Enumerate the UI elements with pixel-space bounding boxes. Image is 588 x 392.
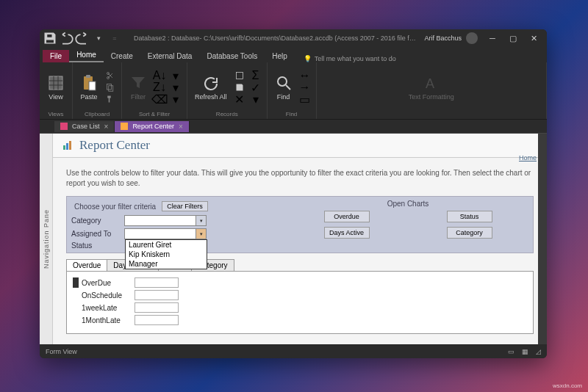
close-icon[interactable]: × [104,123,109,131]
select-icon[interactable]: ▭ [298,94,312,104]
svg-rect-7 [89,81,96,90]
svg-point-13 [278,77,287,86]
paste-button[interactable]: Paste [77,73,101,102]
ribbon-tabs: File Home Create External Data Database … [40,47,547,62]
ribbon-group-views: View Views [40,62,73,120]
row-selector[interactable] [73,277,79,288]
dropdown-option[interactable]: Kip Kniskern [126,250,207,259]
totals-icon[interactable]: Σ [249,70,262,81]
ribbon-group-find: Find ↔ → ▭ Find [268,62,317,120]
form-header: Report Center [53,134,547,158]
open-charts-title: Open Charts [287,200,528,208]
home-link[interactable]: Home [519,154,537,161]
svg-rect-6 [86,75,90,78]
view-button[interactable]: View [44,73,68,102]
undo-icon[interactable] [59,31,74,46]
advanced-icon: ▾ [169,82,182,92]
page-title: Report Center [79,138,150,153]
find-button[interactable]: Find [272,73,295,102]
user-account[interactable]: Arif Bacchus [424,32,478,44]
text-format-label: Text Formatting [409,94,454,101]
ribbon-group-clipboard: Paste Clipboard [73,62,122,120]
form-icon [121,123,128,130]
sort-asc-icon: A↓ [153,70,166,81]
format-painter-icon [104,94,117,104]
pivot-value[interactable] [135,315,179,325]
user-name: Arif Bacchus [424,35,462,42]
assigned-to-label: Assigned To [71,230,124,238]
app-window: ▾ = Database2 : Database- C:\Users\arifb… [40,29,547,358]
result-tab-overdue[interactable]: Overdue [66,259,107,271]
maximize-button[interactable]: ▢ [503,29,523,47]
doc-tab-report-center[interactable]: Report Center × [115,121,189,132]
tab-home[interactable]: Home [69,48,104,62]
dropdown-option[interactable]: Manager [126,259,207,269]
close-button[interactable]: ✕ [523,29,544,47]
spelling-icon[interactable]: ✓ [249,82,262,92]
redo-icon[interactable] [75,31,90,46]
clear-filters-button[interactable]: Clear Filters [162,201,208,211]
ribbon: View Views Paste Clipboard [40,62,547,120]
svg-rect-18 [63,145,65,150]
svg-text:A: A [426,76,434,91]
form-icon [60,123,68,130]
minimize-button[interactable]: ─ [482,29,503,47]
dropdown-option[interactable]: Laurent Giret [126,240,207,250]
tab-database-tools[interactable]: Database Tools [199,50,265,62]
qat-dropdown-icon[interactable]: ▾ [91,31,106,46]
replace-icon[interactable]: ↔ [298,70,312,81]
filter-label: Filter [131,93,146,101]
group-label-clipboard: Clipboard [85,111,110,117]
status-chart-button[interactable]: Status [447,211,492,222]
overdue-chart-button[interactable]: Overdue [324,211,370,222]
pivot-value[interactable] [135,277,179,288]
toggle-filter-icon: ▾ [169,94,182,104]
tab-external-data[interactable]: External Data [140,50,200,62]
datasheet-view-icon[interactable]: ▦ [522,348,528,355]
more-records-icon[interactable]: ▾ [249,94,262,104]
save-record-icon[interactable] [233,82,246,92]
ribbon-group-records: Refresh All ✕ Σ ✓ ▾ Records [187,62,268,120]
lightbulb-icon: 💡 [304,55,312,62]
pivot-week: 1weekLate [82,304,135,312]
new-record-icon[interactable] [233,70,246,81]
form-view-icon[interactable]: ▭ [508,348,514,355]
filter-panel: Choose your filter criteria Clear Filter… [66,196,534,253]
doc-tab-case-list[interactable]: Case List × [54,121,115,132]
layout-view-icon[interactable]: ◿ [536,348,541,355]
tab-file[interactable]: File [43,50,69,62]
vertical-scrollbar[interactable] [538,134,547,344]
goto-icon[interactable]: → [298,82,312,92]
svg-rect-19 [66,143,68,150]
datasheet-icon [47,74,65,92]
assigned-to-combo[interactable]: ▾ Laurent Giret Kip Kniskern Manager [124,228,207,239]
text-icon: A [423,75,440,92]
view-shortcuts: ▭ ▦ ◿ [508,348,541,355]
pivot-value[interactable] [135,302,179,313]
svg-rect-0 [49,76,62,90]
pivot-month: 1MonthLate [82,316,135,324]
svg-rect-10 [107,84,112,90]
ribbon-group-sort-filter: Filter A↓ Z↓ ⌫ ▾ ▾ ▾ Sort & Filter [122,62,187,120]
refresh-all-button[interactable]: Refresh All [192,73,230,102]
content-area: Navigation Pane Report Center Home Use t… [40,134,547,344]
category-combo[interactable]: ▾ [124,215,207,226]
delete-record-icon[interactable]: ✕ [233,94,246,104]
close-icon[interactable]: × [179,123,183,131]
form-body: Use the controls below to filter your da… [53,158,547,344]
chevron-down-icon[interactable]: ▾ [196,229,206,239]
ribbon-group-text-formatting: A Text Formatting [317,62,547,120]
days-active-chart-button[interactable]: Days Active [324,227,370,239]
navigation-pane-collapsed[interactable]: Navigation Pane [40,134,53,344]
pivot-value[interactable] [135,290,179,300]
chevron-down-icon[interactable]: ▾ [196,216,206,225]
filter-icon [129,74,147,92]
document-title: Database2 : Database- C:\Users\arifb\Doc… [134,35,424,42]
tab-create[interactable]: Create [104,50,140,62]
tell-me-search[interactable]: 💡 Tell me what you want to do [304,55,396,62]
sort-desc-icon: Z↓ [153,82,166,92]
group-label-views: Views [48,111,63,117]
save-icon[interactable] [43,31,57,46]
category-chart-button[interactable]: Category [447,227,492,239]
tab-help[interactable]: Help [265,50,295,62]
